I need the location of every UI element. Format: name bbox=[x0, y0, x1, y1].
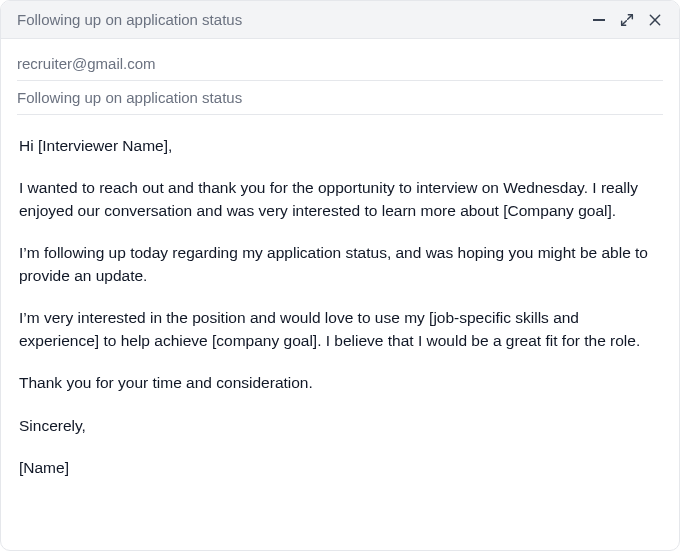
subject-field[interactable]: Following up on application status bbox=[17, 81, 663, 115]
expand-icon bbox=[619, 12, 635, 28]
body-paragraph: I’m very interested in the position and … bbox=[19, 307, 661, 352]
close-icon bbox=[647, 12, 663, 28]
window-controls bbox=[591, 12, 663, 28]
message-body[interactable]: Hi [Interviewer Name], I wanted to reach… bbox=[1, 115, 679, 550]
body-paragraph: Sincerely, bbox=[19, 415, 661, 437]
body-paragraph: I’m following up today regarding my appl… bbox=[19, 242, 661, 287]
body-paragraph: Hi [Interviewer Name], bbox=[19, 135, 661, 157]
body-paragraph: Thank you for your time and consideratio… bbox=[19, 372, 661, 394]
minimize-icon bbox=[593, 19, 605, 21]
compose-window: Following up on application status bbox=[0, 0, 680, 551]
body-paragraph: I wanted to reach out and thank you for … bbox=[19, 177, 661, 222]
close-button[interactable] bbox=[647, 12, 663, 28]
minimize-button[interactable] bbox=[591, 12, 607, 28]
window-title: Following up on application status bbox=[17, 11, 242, 28]
body-paragraph: [Name] bbox=[19, 457, 661, 479]
header-fields: recruiter@gmail.com Following up on appl… bbox=[1, 39, 679, 115]
expand-button[interactable] bbox=[619, 12, 635, 28]
to-field[interactable]: recruiter@gmail.com bbox=[17, 47, 663, 81]
title-bar: Following up on application status bbox=[1, 1, 679, 39]
